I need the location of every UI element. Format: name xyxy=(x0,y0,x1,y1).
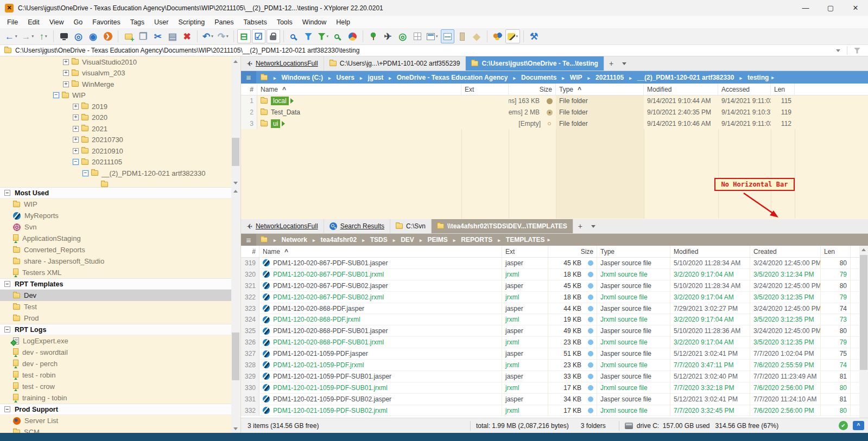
tab[interactable]: Search Results xyxy=(324,219,390,233)
file-row[interactable]: 3 ui [Empty] File folder 9/14/2021 9:10:… xyxy=(241,118,868,129)
file-name[interactable]: PDM1-120-021-1059-PDF-SUB02.jrxml xyxy=(273,407,388,414)
breadcrumb-item[interactable]: Users xyxy=(326,74,357,81)
menu-item[interactable]: Go xyxy=(69,18,88,26)
file-name[interactable]: PDM1-120-020-867-PDF-SUB01.jrxml xyxy=(273,271,384,278)
tree-item[interactable]: WinMerge xyxy=(0,79,232,90)
tree-expander-icon[interactable] xyxy=(63,59,69,65)
file-row[interactable]: 329 PDM1-120-021-1059-PDF-SUB01.jasper j… xyxy=(241,371,868,382)
column-header-ext[interactable]: Ext xyxy=(502,246,548,257)
separator[interactable]: ▾ xyxy=(523,30,524,42)
catalog-row[interactable]: MyReports xyxy=(0,210,232,221)
tree-item[interactable]: VisualStudio2010 xyxy=(0,56,232,68)
tree-expander-icon[interactable] xyxy=(73,148,79,154)
catalog-row[interactable]: Prod xyxy=(0,312,232,324)
tree-item[interactable] xyxy=(0,179,232,188)
list-scroll-thumb[interactable] xyxy=(860,255,867,370)
tree-item[interactable]: 20210730 xyxy=(0,135,232,146)
catalog-row[interactable]: Test xyxy=(0,301,232,312)
new-folder-icon[interactable]: ▾ xyxy=(122,29,135,43)
file-name[interactable]: PDM1-120-020-868-PDF-SUB01.jasper xyxy=(273,327,388,335)
breadcrumb-item[interactable]: 20211105 xyxy=(585,74,627,81)
redo-icon[interactable]: ↷▾ xyxy=(216,29,230,43)
scroll-up-icon[interactable] xyxy=(231,57,240,66)
tree-expander-icon[interactable] xyxy=(73,126,79,132)
recent-locations-icon[interactable]: ❯▾ xyxy=(101,29,115,43)
tab-list-dropdown-icon[interactable] xyxy=(618,56,630,71)
column-header-num[interactable]: # xyxy=(241,246,259,257)
breadcrumb-item[interactable]: REPORTS xyxy=(451,236,496,244)
menu-item[interactable]: Tags xyxy=(125,18,149,26)
breadcrumb-item[interactable]: Network xyxy=(271,236,310,244)
hotlist-icon[interactable]: ◎▾ xyxy=(72,29,85,43)
catalog-row[interactable]: dev - swordtail xyxy=(0,347,232,358)
file-row[interactable]: 319 PDM1-120-020-867-PDF-SUB01.jasper ja… xyxy=(241,258,868,269)
menu-item[interactable]: Edit xyxy=(23,18,45,26)
menu-item[interactable]: Favorites xyxy=(87,18,125,26)
breadcrumb-item[interactable]: PEIMS xyxy=(417,236,451,244)
file-name[interactable]: PDM1-120-020-868-PDF.jasper xyxy=(273,305,364,312)
column-header-type[interactable]: Type xyxy=(597,246,670,257)
tree-expander-icon[interactable] xyxy=(73,159,79,165)
address-filter-icon[interactable] xyxy=(854,48,860,54)
bottom-list-scrollbar[interactable] xyxy=(859,246,868,418)
column-header-ext[interactable]: Ext xyxy=(461,84,509,95)
separator[interactable]: ▾ xyxy=(283,30,284,42)
scroll-up-icon[interactable] xyxy=(231,187,240,195)
catalog-row[interactable]: test - crow xyxy=(0,381,232,392)
menu-item[interactable]: Window xyxy=(297,18,331,26)
catalog-row[interactable]: Dev xyxy=(0,290,232,301)
separator[interactable]: ▾ xyxy=(363,30,363,42)
breadcrumb-item[interactable]: TSDS xyxy=(359,236,390,244)
menu-item[interactable]: Panes xyxy=(210,18,238,26)
tree-path-icon[interactable]: ⊟▾ xyxy=(237,29,251,43)
breadcrumb-folder-icon[interactable] xyxy=(261,75,268,80)
filter-blue-icon[interactable]: ▾ xyxy=(302,29,315,43)
folder-view-icon[interactable]: ▾ xyxy=(366,29,380,43)
catalog-row[interactable]: WIP xyxy=(0,199,232,210)
file-row[interactable]: 325 PDM1-120-020-868-PDF-SUB01.jasper ja… xyxy=(241,325,868,337)
forward-icon[interactable]: →▾ xyxy=(20,29,36,43)
file-row[interactable]: 1 local ~[6 items] 163 KB File folder 9/… xyxy=(241,95,868,107)
info-panel-icon[interactable]: ▾ xyxy=(455,29,469,43)
column-header-len[interactable]: Len xyxy=(821,246,851,257)
menu-item[interactable]: Help xyxy=(331,18,355,26)
column-header-size[interactable]: Size xyxy=(509,84,556,95)
column-header-name[interactable]: Name xyxy=(259,246,502,257)
customize-tools-icon[interactable]: ⚒▾ xyxy=(527,29,541,43)
breadcrumb-item[interactable]: tea4afshr02 xyxy=(310,236,359,244)
catalog-row[interactable]: RPT Logs xyxy=(0,324,232,335)
scroll-down-icon[interactable] xyxy=(231,425,240,433)
breadcrumb-folder-icon[interactable] xyxy=(261,237,268,242)
catalog-scroll-thumb[interactable] xyxy=(232,333,239,380)
live-filter-icon[interactable]: ▾ xyxy=(331,29,345,43)
minimize-button[interactable]: — xyxy=(793,0,818,16)
tree-scrollbar[interactable] xyxy=(231,57,240,187)
file-name[interactable]: PDM1-120-020-867-PDF-SUB02.jrxml xyxy=(273,293,384,301)
file-row[interactable]: 331 PDM1-120-021-1059-PDF-SUB02.jasper j… xyxy=(241,394,868,405)
tab[interactable]: C:\Svn xyxy=(390,219,432,233)
address-path[interactable]: C:\Users\jgust\OneDrive - Texas Educatio… xyxy=(15,47,359,54)
file-row[interactable]: 330 PDM1-120-021-1059-PDF-SUB01.jrxml jr… xyxy=(241,382,868,394)
separator[interactable]: ▾ xyxy=(487,30,487,42)
catalog-row[interactable]: Server List xyxy=(0,415,232,426)
dual-pane-horizontal-icon[interactable]: ▾ xyxy=(441,29,454,43)
column-header-accessed[interactable]: Accessed xyxy=(718,84,771,95)
tab[interactable]: NetworkLocationsFull xyxy=(241,219,324,233)
undo-icon[interactable]: ↶▾ xyxy=(201,29,215,43)
catalog-row[interactable]: RPT Templates xyxy=(0,278,232,290)
filter-green-icon[interactable]: ▾ xyxy=(316,29,331,43)
close-button[interactable]: ✕ xyxy=(843,0,868,16)
file-name[interactable]: PDM1-120-020-868-PDF-SUB01.jrxml xyxy=(273,338,384,346)
file-row[interactable]: 323 PDM1-120-020-868-PDF.jasper jasper 4… xyxy=(241,303,868,315)
show-folders-icon[interactable]: ▾ xyxy=(57,29,71,43)
breadcrumb-item[interactable]: OneDrive - Texas Education Agency xyxy=(386,74,510,81)
copy-icon[interactable]: ❐▾ xyxy=(136,29,150,43)
breadcrumb-item[interactable]: testing xyxy=(737,74,771,81)
highlight-icon[interactable]: ▾ xyxy=(505,29,521,43)
scroll-up-icon[interactable] xyxy=(859,246,868,254)
breadcrumb-item[interactable]: Documents xyxy=(510,74,559,81)
tree-expander-icon[interactable] xyxy=(73,104,79,110)
tree-expander-icon[interactable] xyxy=(63,70,69,76)
file-row[interactable]: 324 PDM1-120-020-868-PDF.jrxml jrxml 19 … xyxy=(241,314,868,325)
breadcrumb-item[interactable]: Windows (C:) xyxy=(271,74,326,81)
